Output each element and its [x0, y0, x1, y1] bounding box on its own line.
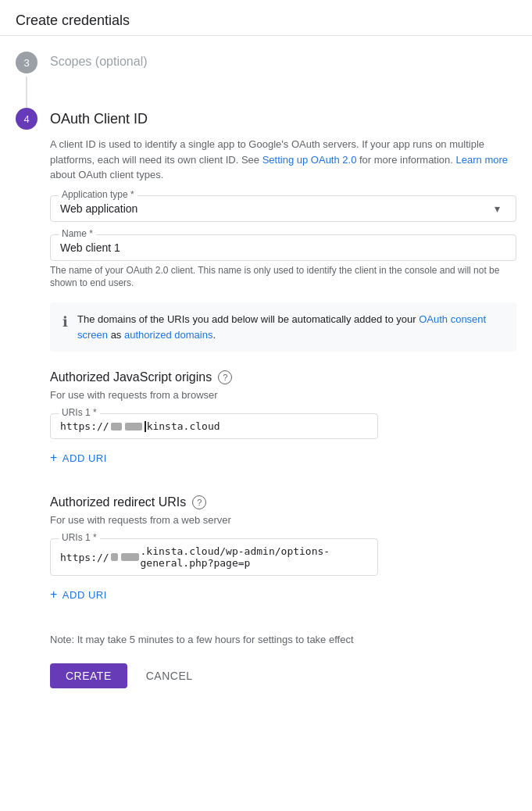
- name-input[interactable]: [60, 241, 506, 254]
- redirects-redacted1: [111, 553, 118, 561]
- redirects-description: For use with requests from a web server: [50, 514, 516, 526]
- origins-description: For use with requests from a browser: [50, 389, 516, 401]
- origins-uri-suffix: kinsta.cloud: [147, 420, 220, 432]
- info-box: ℹ The domains of the URIs you add below …: [50, 302, 516, 352]
- origins-add-uri-button[interactable]: + ADD URI: [50, 445, 107, 470]
- name-field: Name * The name of your OAuth 2.0 client…: [50, 234, 516, 291]
- redirects-help-icon[interactable]: ?: [192, 495, 206, 509]
- oauth-link1[interactable]: Setting up OAuth 2.0: [262, 154, 357, 166]
- origins-redacted2: [125, 423, 142, 431]
- origins-cursor: [145, 421, 146, 432]
- origins-plus-icon: +: [50, 452, 58, 464]
- origins-uri-prefix: https://: [60, 420, 109, 432]
- step4-label: OAuth Client ID: [50, 109, 148, 127]
- redirects-uri-label: URIs 1 *: [59, 532, 100, 543]
- origins-uri-label: URIs 1 *: [59, 407, 100, 418]
- app-type-label: Application type *: [59, 189, 137, 200]
- page-title: Create credentials: [0, 0, 532, 36]
- origins-help-icon[interactable]: ?: [218, 370, 232, 384]
- redirects-uri-suffix: .kinsta.cloud/wp-admin/options-general.p…: [141, 545, 368, 569]
- origins-uri-field: URIs 1 * https:// kinsta.cloud: [50, 413, 516, 439]
- step3-label: Scopes (optional): [50, 52, 148, 68]
- redirects-plus-icon: +: [50, 588, 58, 601]
- authorized-origins-section: Authorized JavaScript origins ? For use …: [50, 370, 516, 470]
- cancel-button[interactable]: CANCEL: [134, 663, 205, 688]
- note-text: Note: It may take 5 minutes to a few hou…: [50, 632, 516, 648]
- oauth-link2[interactable]: Learn more: [456, 154, 508, 166]
- redirects-add-uri-button[interactable]: + ADD URI: [50, 582, 107, 607]
- redirects-heading: Authorized redirect URIs: [50, 495, 186, 509]
- origins-heading: Authorized JavaScript origins: [50, 370, 212, 384]
- step-connector: [26, 77, 27, 108]
- action-buttons: CREATE CANCEL: [50, 663, 516, 688]
- oauth-description: A client ID is used to identify a single…: [50, 137, 516, 183]
- step3-circle: 3: [16, 52, 37, 73]
- name-hint: The name of your OAuth 2.0 client. This …: [50, 264, 516, 291]
- origins-add-uri-label: ADD URI: [62, 452, 107, 464]
- redirects-uri-prefix: https://: [60, 552, 109, 563]
- info-icon: ℹ: [62, 313, 68, 330]
- create-button[interactable]: CREATE: [50, 663, 127, 688]
- authorized-redirects-section: Authorized redirect URIs ? For use with …: [50, 495, 516, 607]
- application-type-select[interactable]: Web applicationAndroidiOSDesktop app: [60, 202, 506, 215]
- redirects-uri-field: URIs 1 * https:// .kinsta.cloud/wp-admin…: [50, 538, 516, 576]
- application-type-field: Application type * Web applicationAndroi…: [50, 195, 516, 222]
- info-text: The domains of the URIs you add below wi…: [77, 312, 504, 342]
- step4-circle: 4: [16, 108, 37, 130]
- redirects-add-uri-label: ADD URI: [62, 589, 107, 601]
- redirects-redacted2: [121, 553, 139, 561]
- name-label: Name *: [59, 228, 96, 239]
- origins-redacted1: [111, 423, 122, 431]
- authorized-domains-link[interactable]: authorized domains: [124, 329, 212, 341]
